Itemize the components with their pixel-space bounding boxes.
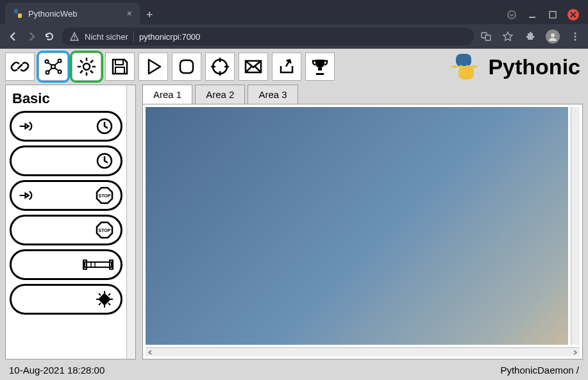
save-button[interactable]: [105, 53, 135, 81]
not-secure-icon: [69, 31, 80, 42]
clock-icon: [95, 117, 114, 136]
svg-point-14: [46, 60, 49, 63]
svg-line-26: [80, 70, 83, 73]
play-button[interactable]: [139, 53, 168, 81]
canvas-container: [142, 104, 583, 359]
chip-icon: [95, 290, 114, 309]
svg-rect-0: [14, 9, 18, 13]
app-toolbar: Pythonic: [5, 53, 583, 85]
svg-point-9: [551, 33, 555, 37]
svg-rect-29: [180, 60, 193, 73]
avatar-icon[interactable]: [546, 29, 560, 44]
svg-point-18: [83, 63, 90, 70]
chevron-down-icon[interactable]: [506, 9, 517, 21]
svg-point-12: [575, 39, 576, 41]
status-daemon: PythonicDaemon /: [500, 365, 579, 376]
favicon-icon: [13, 8, 23, 19]
svg-rect-4: [550, 12, 556, 18]
tab-area-3[interactable]: Area 3: [248, 85, 298, 104]
tab-title: PythonicWeb: [28, 9, 77, 19]
canvas-scrollbar-vertical[interactable]: [571, 107, 580, 345]
svg-line-60: [99, 303, 101, 305]
svg-point-11: [575, 36, 576, 38]
svg-point-2: [508, 11, 516, 19]
svg-rect-36: [456, 54, 471, 67]
tab-area-2[interactable]: Area 2: [195, 85, 245, 104]
svg-text:STOP: STOP: [99, 228, 111, 233]
brand-logo: Pythonic: [447, 51, 583, 82]
svg-line-58: [108, 303, 110, 305]
svg-text:STOP: STOP: [99, 194, 111, 198]
svg-line-59: [108, 293, 110, 295]
svg-point-15: [58, 60, 62, 63]
extension-icon[interactable]: [524, 31, 535, 42]
svg-rect-47: [85, 262, 112, 267]
sidebar-scrollbar[interactable]: [126, 85, 135, 359]
block-clock[interactable]: [10, 145, 122, 176]
svg-point-6: [74, 38, 75, 40]
svg-line-57: [99, 293, 101, 295]
brand-name: Pythonic: [488, 54, 580, 79]
settings-button[interactable]: [72, 53, 101, 81]
svg-rect-1: [18, 13, 22, 18]
link-button[interactable]: [5, 53, 35, 81]
window-close-icon[interactable]: [567, 9, 579, 21]
star-icon[interactable]: [502, 31, 514, 42]
svg-point-16: [46, 71, 49, 74]
new-tab-button[interactable]: +: [140, 6, 160, 24]
divider: [133, 31, 134, 42]
clock-icon: [95, 151, 114, 170]
stop-octagon-icon: STOP: [95, 186, 114, 205]
svg-line-23: [80, 60, 83, 63]
pipe-icon: [82, 255, 114, 274]
status-timestamp: 10-Aug-2021 18:28:00: [9, 365, 105, 376]
graph-button[interactable]: [38, 53, 68, 81]
nav-forward-icon[interactable]: [26, 31, 37, 42]
pointer-icon: [18, 117, 37, 136]
trophy-button[interactable]: [305, 53, 335, 81]
app-window: Pythonic Basic: [0, 49, 588, 380]
browser-toolbar: Nicht sicher pythonicrpi:7000: [0, 24, 588, 49]
security-label: Nicht sicher: [85, 32, 128, 42]
block-chip[interactable]: [10, 284, 122, 315]
canvas[interactable]: [146, 107, 568, 345]
browser-tab[interactable]: PythonicWeb ×: [5, 3, 140, 24]
maximize-icon[interactable]: [547, 9, 559, 21]
pointer-icon: [18, 186, 37, 205]
svg-line-25: [90, 60, 93, 63]
block-pointer-stop[interactable]: STOP: [10, 180, 122, 211]
sidebar-items: STOP STOP: [10, 111, 122, 355]
translate-icon[interactable]: [480, 31, 492, 42]
mail-button[interactable]: [239, 53, 268, 81]
block-pointer-clock[interactable]: [10, 111, 122, 142]
sidebar-title: Basic: [10, 89, 122, 111]
block-stop[interactable]: STOP: [10, 215, 122, 245]
svg-point-17: [58, 70, 62, 74]
export-button[interactable]: [272, 53, 301, 81]
canvas-scrollbar-horizontal[interactable]: [146, 347, 580, 356]
block-pipe[interactable]: [10, 249, 122, 280]
svg-rect-8: [485, 35, 491, 40]
stop-octagon-icon: STOP: [95, 220, 114, 240]
nav-back-icon[interactable]: [8, 31, 19, 42]
reload-icon[interactable]: [44, 31, 55, 42]
svg-rect-28: [115, 67, 124, 74]
minimize-icon[interactable]: [526, 9, 538, 21]
main-area: Area 1 Area 2 Area 3: [142, 85, 583, 359]
browser-titlebar: PythonicWeb × +: [0, 0, 588, 24]
sidebar: Basic STOP: [6, 85, 126, 359]
pythonic-icon: [447, 51, 483, 82]
menu-icon[interactable]: [570, 31, 580, 42]
target-button[interactable]: [205, 53, 235, 81]
stop-button[interactable]: [172, 53, 201, 81]
url-text: pythonicrpi:7000: [139, 32, 200, 42]
svg-line-24: [90, 70, 93, 73]
address-bar[interactable]: Nicht sicher pythonicrpi:7000: [62, 28, 474, 45]
svg-point-10: [575, 33, 576, 35]
tab-area-1[interactable]: Area 1: [142, 85, 192, 104]
svg-rect-37: [458, 67, 474, 79]
statusbar: 10-Aug-2021 18:28:00 PythonicDaemon /: [5, 359, 583, 377]
tabs: Area 1 Area 2 Area 3: [142, 85, 583, 104]
tab-close-icon[interactable]: ×: [127, 8, 132, 19]
